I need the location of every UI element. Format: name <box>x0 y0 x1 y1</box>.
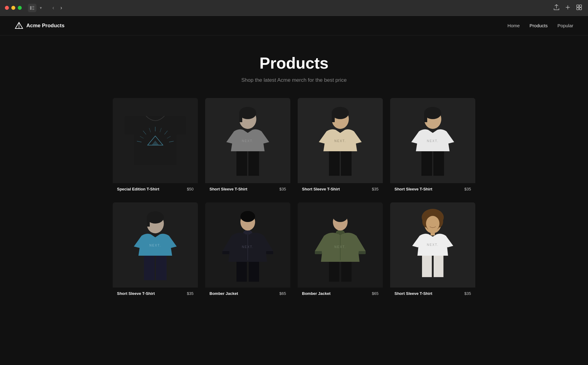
nav-home[interactable]: Home <box>507 23 520 28</box>
product-name: Special Edition T-Shirt <box>117 187 159 191</box>
product-price: $35 <box>187 291 194 296</box>
svg-rect-64 <box>329 262 339 282</box>
svg-rect-73 <box>431 231 435 235</box>
svg-rect-7 <box>579 8 582 10</box>
svg-rect-34 <box>329 151 340 176</box>
product-name: Short Sleeve T-Shirt <box>394 291 432 296</box>
product-card-bomber-black[interactable]: NEXT. Bomber Jacket $65 <box>205 202 290 299</box>
grid-view-button[interactable] <box>575 3 583 13</box>
product-image-cream: NEXT. <box>298 98 383 183</box>
product-card-cream-tshirt[interactable]: NEXT. Short Sleeve T-Shirt $35 <box>298 98 383 195</box>
product-card-white2-tshirt[interactable]: NEXT. Short Sleeve T-Shirt $35 <box>390 202 475 299</box>
titlebar-right-controls <box>552 3 583 13</box>
product-price: $65 <box>372 291 379 296</box>
site-nav-links: Home Products Popular <box>507 23 573 28</box>
product-price: $65 <box>279 291 286 296</box>
svg-rect-76 <box>434 256 443 277</box>
sidebar-toggle[interactable]: ▾ <box>28 4 44 12</box>
svg-rect-75 <box>422 256 432 277</box>
product-image-bomber-olive: NEXT. <box>298 202 383 288</box>
svg-rect-52 <box>222 251 229 254</box>
navigation-arrows: ‹ › <box>50 3 65 12</box>
bomber-black-art: NEXT. <box>209 207 286 283</box>
svg-rect-44 <box>147 217 150 227</box>
product-info-white: Short Sleeve T-Shirt $35 <box>390 183 475 195</box>
close-button[interactable] <box>5 6 9 10</box>
svg-rect-28 <box>236 151 247 176</box>
svg-text:NEXT.: NEXT. <box>427 139 439 143</box>
share-button[interactable] <box>552 3 560 13</box>
page-subtitle: Shop the latest Acme merch for the best … <box>0 77 588 83</box>
product-image-bomber-black: NEXT. <box>205 202 290 288</box>
svg-rect-40 <box>421 151 432 176</box>
product-price: $35 <box>372 187 379 191</box>
svg-rect-5 <box>579 5 582 7</box>
product-info-special: Special Edition T-Shirt $50 <box>113 183 198 195</box>
svg-rect-11 <box>125 116 137 134</box>
site-navbar: Acme Products Home Products Popular <box>0 16 588 36</box>
product-info-gray: Short Sleeve T-Shirt $35 <box>205 183 290 195</box>
svg-rect-29 <box>248 151 259 176</box>
new-tab-button[interactable] <box>564 4 571 12</box>
logo-icon <box>15 21 23 30</box>
svg-rect-41 <box>433 151 444 176</box>
svg-text:NEXT.: NEXT. <box>334 245 346 249</box>
product-card-gray-tshirt[interactable]: NEXT. Short Sleeve T-Shirt $35 <box>205 98 290 195</box>
svg-rect-38 <box>424 113 427 122</box>
sidebar-toggle-button[interactable] <box>28 4 36 12</box>
dropdown-button[interactable]: ▾ <box>38 4 44 12</box>
product-info-white2: Short Sleeve T-Shirt $35 <box>390 288 475 299</box>
product-image-white2: NEXT. <box>390 202 475 288</box>
forward-button[interactable]: › <box>58 3 65 12</box>
product-info-bomber-olive: Bomber Jacket $65 <box>298 288 383 299</box>
svg-rect-35 <box>341 151 352 176</box>
svg-point-58 <box>333 211 348 222</box>
svg-point-72 <box>426 216 439 231</box>
product-card-special-edition[interactable]: Special Edition T-Shirt $50 <box>113 98 198 195</box>
svg-rect-62 <box>359 251 366 254</box>
back-button[interactable]: ‹ <box>50 3 57 12</box>
svg-rect-2 <box>32 8 34 8</box>
nav-products[interactable]: Products <box>530 23 548 28</box>
maximize-button[interactable] <box>18 6 22 10</box>
svg-rect-1 <box>32 6 34 7</box>
white2-tshirt-art: NEXT. <box>394 207 471 283</box>
product-info-cream: Short Sleeve T-Shirt $35 <box>298 183 383 195</box>
product-card-cyan-tshirt[interactable]: NEXT. Short Sleeve T-Shirt $35 <box>113 202 198 299</box>
svg-text:NEXT.: NEXT. <box>427 243 439 246</box>
svg-rect-32 <box>332 113 335 122</box>
site-logo[interactable]: Acme Products <box>15 21 65 30</box>
product-card-white-tshirt[interactable]: NEXT. Short Sleeve T-Shirt $35 <box>390 98 475 195</box>
page-title: Products <box>0 54 588 72</box>
cream-tshirt-art: NEXT. <box>302 102 379 179</box>
minimize-button[interactable] <box>11 6 15 10</box>
svg-rect-12 <box>174 116 186 134</box>
svg-point-49 <box>240 211 255 222</box>
product-name: Short Sleeve T-Shirt <box>209 187 247 191</box>
svg-rect-46 <box>144 256 155 280</box>
svg-rect-0 <box>30 6 32 10</box>
product-name: Short Sleeve T-Shirt <box>302 187 340 191</box>
svg-rect-55 <box>236 262 247 282</box>
product-price: $50 <box>187 187 194 191</box>
svg-rect-26 <box>239 113 242 122</box>
browser-content: Acme Products Home Products Popular Prod… <box>0 16 588 365</box>
svg-text:NEXT.: NEXT. <box>242 139 254 143</box>
product-price: $35 <box>464 187 471 191</box>
bomber-olive-art: NEXT. <box>302 207 379 283</box>
svg-text:NEXT.: NEXT. <box>334 139 346 143</box>
product-price: $35 <box>279 187 286 191</box>
product-info-cyan: Short Sleeve T-Shirt $35 <box>113 288 198 299</box>
cyan-tshirt-art: NEXT. <box>117 207 194 283</box>
product-card-bomber-olive[interactable]: NEXT. Bomber Jacket $65 <box>298 202 383 299</box>
svg-rect-6 <box>577 8 579 10</box>
site-name: Acme Products <box>26 23 65 29</box>
svg-rect-65 <box>341 262 352 282</box>
product-name: Bomber Jacket <box>302 291 330 296</box>
svg-rect-3 <box>32 9 34 10</box>
svg-rect-47 <box>156 256 167 280</box>
svg-rect-56 <box>249 262 259 282</box>
nav-popular[interactable]: Popular <box>557 23 573 28</box>
traffic-lights <box>5 6 22 10</box>
product-name: Short Sleeve T-Shirt <box>394 187 432 191</box>
